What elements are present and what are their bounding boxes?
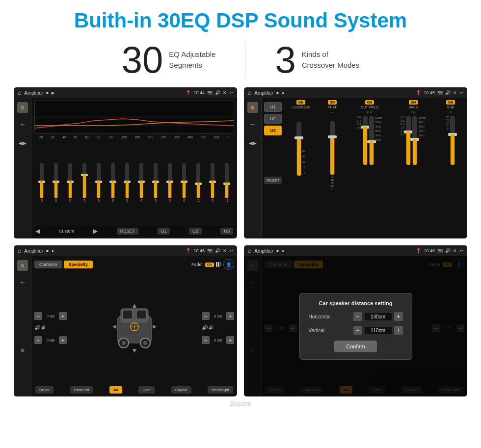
eq-slider-11[interactable]: -1 xyxy=(196,163,200,202)
time-3: 10:46 xyxy=(193,248,205,253)
sidebar-icon-wave-2[interactable]: 〜 xyxy=(247,120,258,131)
preset-u3-2[interactable]: U3 xyxy=(264,126,282,135)
pos-copilot-3[interactable]: Copilot xyxy=(171,386,191,394)
eq-sliders-area: // Will be rendered below 0 xyxy=(34,140,234,224)
time-4: 10:46 xyxy=(424,248,435,253)
u2-btn-1[interactable]: U2 xyxy=(189,228,202,235)
plus-btn-tr[interactable]: + xyxy=(226,312,234,320)
eq-slider-7[interactable]: 0 xyxy=(139,163,143,202)
pos-rearleft-3[interactable]: RearLeft xyxy=(70,386,93,394)
person-icon-3: 👤 xyxy=(223,259,234,270)
close-icon-1: ✕ xyxy=(223,90,227,95)
screen-2: ⌂ Amplifier ■ ● 📍 10:45 📷 🔊 ✕ ↩ ⚙ 〜 ◀▶ xyxy=(244,87,467,238)
db-val-tr: 0 dB xyxy=(211,314,225,318)
next-btn-1[interactable]: ▶ xyxy=(93,228,98,235)
minus-btn-tr[interactable]: − xyxy=(202,312,210,320)
back-icon-2: ↩ xyxy=(459,90,463,95)
home-icon-1[interactable]: ⌂ xyxy=(18,89,21,96)
vertical-plus[interactable]: + xyxy=(394,326,403,335)
sidebar-icon-wave[interactable]: 〜 xyxy=(17,120,28,131)
car-svg xyxy=(110,296,159,360)
sidebar-icon-bt-3[interactable]: ⊕ xyxy=(17,344,28,355)
pos-user-3[interactable]: User xyxy=(138,386,155,394)
app-title-2: Amplifier xyxy=(254,90,273,96)
preset-label-1: Custom xyxy=(59,229,74,234)
confirm-button[interactable]: Confirm xyxy=(334,341,377,352)
pos-rearright-3[interactable]: RearRight xyxy=(208,386,233,394)
pos-driver-3[interactable]: Driver xyxy=(35,386,53,394)
prev-btn-1[interactable]: ◀ xyxy=(35,228,40,235)
status-bar-1: ⌂ Amplifier ■ ▶ 📍 10:44 📷 🔊 ✕ ↩ xyxy=(14,87,237,98)
spk-icon-tr2: 🔊 xyxy=(209,325,214,330)
app-title-3: Amplifier xyxy=(24,248,43,254)
minus-btn-bl[interactable]: − xyxy=(34,336,42,344)
eq-slider-8[interactable]: 0 xyxy=(154,163,158,202)
back-icon-3: ↩ xyxy=(229,248,233,253)
volume-icon-3: 🔊 xyxy=(215,248,220,253)
home-icon-2[interactable]: ⌂ xyxy=(248,89,251,96)
sidebar-icon-vol[interactable]: ◀▶ xyxy=(17,137,28,148)
minus-btn-tl[interactable]: − xyxy=(34,312,42,320)
horizontal-minus[interactable]: − xyxy=(353,312,362,321)
home-icon-4[interactable]: ⌂ xyxy=(248,247,251,254)
eq-slider-3[interactable]: 5 xyxy=(82,163,86,202)
pos-all-3[interactable]: All xyxy=(109,386,122,394)
reset-btn-1[interactable]: RESET xyxy=(117,228,138,235)
plus-btn-br[interactable]: + xyxy=(226,336,234,344)
eq-graph-svg xyxy=(35,101,234,133)
eq-slider-4[interactable]: 0 xyxy=(97,163,101,202)
plus-btn-bl[interactable]: + xyxy=(59,336,67,344)
volume-icon-1: 🔊 xyxy=(215,90,220,95)
ch-loudness: ON LOUDNESS 644832160 xyxy=(286,100,316,237)
eq-bottom-bar: ◀ Custom ▶ RESET U1 U2 U3 xyxy=(34,226,234,236)
svg-point-9 xyxy=(122,341,126,345)
eq-slider-1[interactable]: 0 xyxy=(54,163,58,202)
app-title-4: Amplifier xyxy=(254,248,273,254)
crossover-label: Kinds of Crossover Modes xyxy=(302,49,360,71)
time-1: 10:44 xyxy=(193,90,205,95)
volume-icon-2: 🔊 xyxy=(445,90,451,95)
preset-u1-2[interactable]: U1 xyxy=(264,102,282,112)
horizontal-plus[interactable]: + xyxy=(394,312,403,321)
home-icon-3[interactable]: ⌂ xyxy=(18,247,21,254)
eq-slider-13[interactable]: -1 xyxy=(225,163,229,202)
horizontal-value: 140cm xyxy=(365,313,392,320)
sidebar-icon-eq-3[interactable]: ⚙ xyxy=(17,260,28,271)
eq-slider-6[interactable]: 0 xyxy=(125,163,129,202)
status-bar-2: ⌂ Amplifier ■ ● 📍 10:45 📷 🔊 ✕ ↩ xyxy=(244,87,467,98)
eq-number: 30 xyxy=(122,41,163,79)
tab-common-3[interactable]: Common xyxy=(34,261,62,268)
close-icon-2: ✕ xyxy=(453,90,457,95)
eq-slider-9[interactable]: 0 xyxy=(168,163,172,202)
car-diagram-3 xyxy=(70,296,199,360)
sidebar-icon-eq-2[interactable]: ⚙ xyxy=(247,102,258,113)
ch-bass: ON BASS F G 3.0 2.5 2.0 1.5 1.0 0.5 xyxy=(392,100,434,237)
ch-cutfreq: ON CUT FREQ F G 3.0 2.1 1.3 0.5 xyxy=(348,100,391,237)
preset-u2-2[interactable]: U2 xyxy=(264,114,282,124)
minus-btn-br[interactable]: − xyxy=(202,336,210,344)
on-toggle-3[interactable]: ON xyxy=(205,263,214,267)
vertical-minus[interactable]: − xyxy=(353,326,362,335)
ch-phat: ON PHAT — 644832160 xyxy=(317,100,347,237)
sidebar-icon-eq[interactable]: ⚙ xyxy=(17,102,28,113)
eq-slider-2[interactable]: 0 xyxy=(68,163,72,202)
time-2: 10:45 xyxy=(424,90,435,95)
screen-3: ⌂ Amplifier ■ ● 📍 10:46 📷 🔊 ✕ ↩ ⚙ 〜 ⊕ xyxy=(14,245,237,396)
status-bar-3: ⌂ Amplifier ■ ● 📍 10:46 📷 🔊 ✕ ↩ xyxy=(14,245,237,256)
eq-slider-10[interactable]: 0 xyxy=(182,163,186,202)
preset-col-2: U1 U2 U3 RESET xyxy=(262,98,284,238)
eq-slider-0[interactable]: 0 xyxy=(40,163,44,202)
u1-btn-1[interactable]: U1 xyxy=(158,228,170,235)
tab-specialty-3[interactable]: Specialty xyxy=(64,261,93,268)
sidebar-icon-vol-2[interactable]: ◀▶ xyxy=(247,137,258,148)
sidebar-icon-wave-3[interactable]: 〜 xyxy=(17,278,28,289)
eq-slider-12[interactable]: 0 xyxy=(211,163,214,202)
eq-slider-5[interactable]: 0 xyxy=(111,163,115,202)
u3-btn-1[interactable]: U3 xyxy=(220,228,233,235)
sidebar-2: ⚙ 〜 ◀▶ xyxy=(244,98,262,238)
dialog-overlay: Car speaker distance setting Horizontal … xyxy=(244,256,467,396)
close-icon-4: ✕ xyxy=(453,248,457,253)
reset-btn-2[interactable]: RESET xyxy=(264,177,282,184)
svg-marker-16 xyxy=(112,325,116,329)
plus-btn-tl[interactable]: + xyxy=(59,312,67,320)
